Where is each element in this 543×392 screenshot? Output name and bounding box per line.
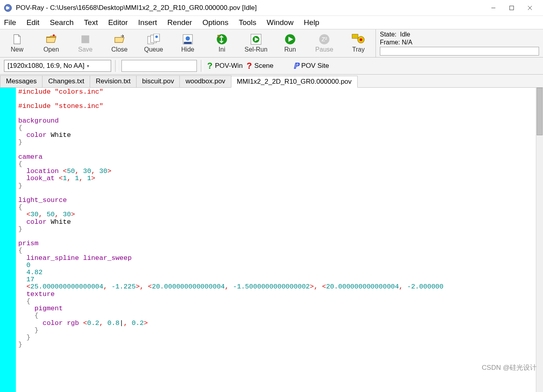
svg-point-11 (186, 36, 190, 40)
link-label: Scene (254, 62, 273, 70)
app-icon (4, 4, 12, 12)
window-title: POV-Ray - C:\Users\16568\Desktop\MMI1x2_… (16, 4, 484, 12)
svg-rect-5 (81, 35, 89, 43)
menu-search[interactable]: Search (50, 18, 73, 27)
tool-new[interactable]: New (0, 29, 34, 57)
toolbar: New Open Save Close Queue Hide (0, 29, 543, 58)
tab-messages[interactable]: Messages (0, 75, 42, 87)
code-editor[interactable]: #include "colors.inc" #include "stones.i… (16, 88, 543, 392)
window-controls (484, 1, 539, 15)
tool-label: Ini (219, 46, 225, 53)
tool-label: Sel-Run (245, 46, 268, 53)
state-value: Idle (400, 31, 410, 38)
editor-area: #include "colors.inc" #include "stones.i… (0, 88, 543, 392)
tool-sel-run[interactable]: Sel-Run (239, 29, 273, 57)
ini-icon (215, 33, 229, 45)
sel-run-icon (249, 33, 263, 45)
app-window: POV-Ray - C:\Users\16568\Desktop\MMI1x2_… (0, 0, 543, 392)
menu-help[interactable]: Help (304, 18, 319, 27)
tool-tray[interactable]: Tray (341, 29, 375, 57)
link-label: POV-Win (215, 62, 243, 70)
save-icon (79, 33, 92, 45)
tab-woodbox[interactable]: woodbox.pov (179, 75, 231, 87)
resolution-select[interactable]: [1920x1080, 16:9, No AA] ▾ (4, 60, 111, 72)
menu-editor[interactable]: Editor (108, 18, 128, 27)
tool-label: Pause (315, 46, 333, 53)
frame-label: Frame: (380, 39, 400, 46)
tool-hide[interactable]: Hide (171, 29, 205, 57)
second-toolbar: [1920x1080, 16:9, No AA] ▾ ? POV-Win ? S… (0, 58, 543, 75)
menu-text[interactable]: Text (84, 18, 98, 27)
tool-run[interactable]: Run (273, 29, 307, 57)
svg-text:Z²: Z² (322, 36, 327, 42)
svg-rect-21 (352, 34, 358, 38)
menu-window[interactable]: Window (267, 18, 294, 27)
tool-label: Hide (181, 46, 194, 53)
tab-biscuit[interactable]: biscuit.pov (136, 75, 180, 87)
menu-insert[interactable]: Insert (138, 18, 157, 27)
folder-up-icon (113, 33, 126, 45)
menu-tools[interactable]: Tools (239, 18, 256, 27)
tab-mmi[interactable]: MMI1x2_2_2D_R10_GR0.000000.pov (231, 76, 358, 88)
tool-close[interactable]: Close (102, 29, 137, 57)
minimize-button[interactable] (484, 1, 503, 15)
question-icon: ? (207, 61, 212, 71)
help-site[interactable]: ℙ POV Site (293, 61, 329, 71)
title-bar: POV-Ray - C:\Users\16568\Desktop\MMI1x2_… (0, 0, 543, 16)
help-scene[interactable]: ? Scene (246, 61, 273, 71)
folder-icon (44, 33, 58, 45)
scroll-thumb[interactable] (537, 88, 543, 135)
tool-label: Tray (352, 46, 364, 53)
command-input[interactable] (121, 60, 197, 72)
bolt-icon: ℙ (293, 61, 299, 71)
menu-render[interactable]: Render (168, 18, 192, 27)
vertical-scrollbar[interactable] (536, 88, 543, 392)
help-povwin[interactable]: ? POV-Win (207, 61, 243, 71)
pause-icon: Z² (318, 33, 331, 45)
tab-revision[interactable]: Revision.txt (90, 75, 137, 87)
menu-options[interactable]: Options (202, 18, 228, 27)
tool-ini[interactable]: Ini (205, 29, 239, 57)
state-label: State: (380, 31, 397, 38)
frame-value: N/A (402, 39, 412, 46)
status-panel: State: Idle Frame: N/A (375, 29, 543, 57)
svg-point-23 (360, 38, 362, 41)
tool-save[interactable]: Save (68, 29, 102, 57)
editor-tabs: Messages Changes.txt Revision.txt biscui… (0, 75, 543, 88)
tool-queue[interactable]: Queue (137, 29, 171, 57)
watermark: CSDN @硅光设计 (482, 363, 537, 372)
menu-edit[interactable]: Edit (27, 18, 40, 27)
tool-open[interactable]: Open (34, 29, 68, 57)
menu-bar: File Edit Search Text Editor Insert Rend… (0, 16, 543, 29)
close-button[interactable] (521, 1, 539, 15)
svg-rect-2 (510, 6, 514, 10)
menu-file[interactable]: File (4, 18, 16, 27)
tool-label: Open (43, 46, 59, 53)
maximize-button[interactable] (503, 1, 521, 15)
tool-label: Close (112, 46, 128, 53)
svg-point-9 (155, 35, 158, 38)
tab-changes[interactable]: Changes.txt (42, 75, 90, 87)
resolution-value: [1920x1080, 16:9, No AA] (8, 62, 85, 70)
tool-label: Queue (144, 46, 163, 53)
tool-label: Save (78, 46, 92, 53)
svg-rect-12 (184, 42, 191, 44)
link-label: POV Site (301, 62, 329, 70)
tray-icon (352, 33, 365, 45)
run-icon (283, 33, 297, 45)
queue-icon (147, 33, 160, 45)
status-input[interactable] (380, 47, 539, 56)
chevron-down-icon: ▾ (87, 63, 89, 69)
tool-label: New (11, 46, 23, 53)
tool-pause[interactable]: Z² Pause (307, 29, 341, 57)
hide-icon (181, 33, 194, 45)
question-icon: ? (246, 61, 252, 71)
editor-gutter (0, 88, 16, 392)
tool-label: Run (284, 46, 296, 53)
file-icon (10, 33, 24, 45)
